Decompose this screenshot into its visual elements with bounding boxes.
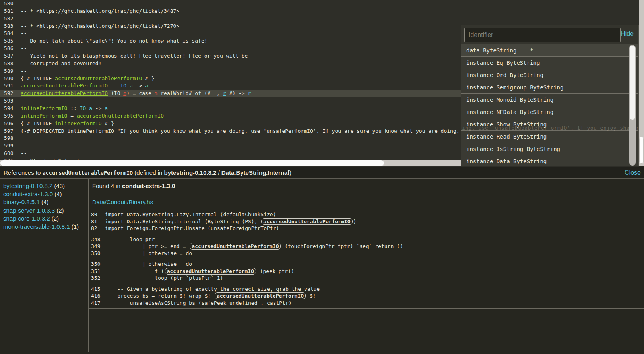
identifier-result-item[interactable]: instance Read ByteString bbox=[461, 131, 638, 143]
identifier-link[interactable]: accursedUnutterablePerformIO bbox=[215, 292, 306, 299]
close-references-button[interactable]: Close bbox=[625, 167, 641, 179]
line-number: 595 bbox=[0, 112, 21, 120]
package-link[interactable]: conduit-extra-1.3.0 bbox=[3, 191, 54, 197]
code-line: 350 | otherwise = do bbox=[89, 261, 644, 268]
code-line: 416 process bs = return $! wrap $! accur… bbox=[89, 292, 644, 300]
code-line: 351 f (accursedUnutterablePerformIO (pee… bbox=[89, 268, 644, 275]
identifier-search-input[interactable] bbox=[464, 28, 621, 42]
identifier-result-item[interactable]: instance Eq ByteString bbox=[461, 57, 638, 69]
references-module: Data.ByteString.Internal bbox=[221, 169, 289, 176]
identifier-link[interactable]: a bbox=[105, 105, 108, 111]
identifier-link[interactable]: inlinePerformIO bbox=[21, 105, 67, 111]
code-text: (peek ptr)) bbox=[257, 268, 294, 274]
editor-vertical-scrollbar-thumb[interactable] bbox=[639, 137, 644, 164]
references-separator: / bbox=[216, 169, 221, 176]
identifier-search-header: Hide bbox=[461, 25, 638, 44]
code-text: :: bbox=[108, 83, 120, 89]
code-text: -- bbox=[21, 15, 27, 21]
identifier-link[interactable]: m bbox=[123, 90, 126, 96]
identifier-link[interactable]: a bbox=[130, 83, 133, 89]
line-number: 349 bbox=[89, 243, 105, 250]
identifier-link[interactable]: accursedUnutterablePerformIO bbox=[261, 218, 352, 225]
code-text: unsafeUseAsCString bs (safePeek undefine… bbox=[105, 300, 292, 306]
code-text: -- * <https://ghc.haskell.org/trac/ghc/t… bbox=[21, 8, 179, 14]
package-link[interactable]: mono-traversable-1.0.8.1 bbox=[3, 223, 70, 230]
line-number: 80 bbox=[89, 211, 105, 218]
code-content: -- Given a bytestring of exactly the cor… bbox=[105, 286, 320, 293]
identifier-link[interactable]: accursedUnutterablePerformIO bbox=[21, 83, 108, 89]
line-number: 598 bbox=[0, 135, 21, 142]
package-list-item: bytestring-0.10.8.2 (43) bbox=[0, 182, 88, 190]
identifier-result-item[interactable]: instance Monoid ByteString bbox=[461, 94, 638, 106]
identifier-link[interactable]: accursedUnutterablePerformIO bbox=[55, 75, 142, 81]
package-link[interactable]: snap-core-1.0.3.2 bbox=[3, 215, 50, 222]
code-content: accursedUnutterablePerformIO (IO m) = ca… bbox=[21, 90, 251, 97]
code-snippet: 80import Data.ByteString.Lazy.Internal (… bbox=[89, 209, 644, 234]
package-link[interactable]: bytestring-0.10.8.2 bbox=[3, 182, 52, 189]
identifier-link[interactable]: accursedUnutterablePerformIO bbox=[165, 268, 256, 275]
panel-scrollbar-track[interactable] bbox=[629, 45, 636, 166]
package-link[interactable]: binary-0.8.5.1 bbox=[3, 199, 40, 205]
file-link[interactable]: Data/Conduit/Binary.hs bbox=[92, 199, 153, 205]
identifier-result-item[interactable]: instance NFData ByteString bbox=[461, 106, 638, 118]
code-line: 81import Data.ByteString.Internal (ByteS… bbox=[89, 218, 644, 225]
editor-vertical-scrollbar-track[interactable] bbox=[639, 0, 644, 166]
references-pane: References to accursedUnutterablePerform… bbox=[0, 167, 644, 354]
code-content: -- bbox=[21, 15, 27, 23]
code-text: #) -> bbox=[226, 90, 248, 96]
identifier-link[interactable]: inlinePerformIO bbox=[21, 113, 67, 119]
identifier-link[interactable]: a bbox=[89, 105, 92, 111]
code-text: #-} bbox=[102, 120, 114, 126]
code-content: process bs = return $! wrap $! accursedU… bbox=[105, 292, 316, 300]
line-number: 580 bbox=[0, 0, 21, 8]
identifier-link[interactable]: IO bbox=[80, 105, 86, 111]
code-line: 415 -- Given a bytestring of exactly the… bbox=[89, 286, 644, 293]
code-text: import Data.ByteString.Lazy.Internal (de… bbox=[105, 211, 276, 217]
identifier-result-item[interactable]: instance Data ByteString bbox=[461, 155, 638, 166]
package-link[interactable]: snap-server-1.0.3.3 bbox=[3, 207, 55, 214]
code-line: 581-- * <https://ghc.haskell.org/trac/gh… bbox=[0, 8, 639, 15]
code-line: 82import Foreign.ForeignPtr.Unsafe (unsa… bbox=[89, 225, 644, 232]
identifier-link[interactable]: accursedUnutterablePerformIO bbox=[21, 90, 108, 96]
found-prefix: Found 4 in bbox=[92, 182, 122, 189]
identifier-result-item[interactable]: data ByteString :: * bbox=[461, 44, 638, 57]
code-text: ) bbox=[353, 219, 357, 224]
identifier-result-item[interactable]: instance Ord ByteString bbox=[461, 69, 638, 81]
references-header: References to accursedUnutterablePerform… bbox=[0, 167, 644, 179]
hide-panel-button[interactable]: Hide bbox=[621, 30, 634, 37]
code-content: -- * <https://ghc.haskell.org/trac/ghc/t… bbox=[21, 8, 179, 15]
identifier-link[interactable]: r bbox=[248, 90, 251, 96]
line-number: 594 bbox=[0, 105, 21, 112]
panel-scrollbar-thumb[interactable] bbox=[630, 46, 635, 120]
identifier-result-item[interactable]: instance Show ByteString bbox=[461, 118, 638, 131]
line-number: 582 bbox=[0, 15, 21, 23]
code-content: f (accursedUnutterablePerformIO (peek pt… bbox=[105, 268, 294, 275]
package-list-item: conduit-extra-1.3.0 (4) bbox=[0, 190, 88, 199]
code-line: 348 loop ptr bbox=[89, 236, 644, 243]
identifier-link[interactable]: IO bbox=[120, 83, 126, 89]
identifier-link[interactable]: accursedUnutterablePerformIO bbox=[190, 243, 281, 250]
identifier-link[interactable]: a bbox=[145, 83, 148, 89]
code-content: -- bbox=[21, 45, 27, 52]
package-reference-count: (4) bbox=[54, 191, 62, 197]
line-number: 584 bbox=[0, 30, 21, 37]
code-content: inlinePerformIO :: IO a -> a bbox=[21, 105, 108, 112]
line-number: 591 bbox=[0, 82, 21, 90]
code-content: -- bbox=[21, 0, 27, 8]
found-summary: Found 4 in conduit-extra-1.3.0 bbox=[89, 179, 644, 193]
package-reference-count: (2) bbox=[55, 207, 64, 214]
package-list-item: snap-server-1.0.3.3 (2) bbox=[0, 207, 88, 215]
editor-horizontal-scrollbar-thumb[interactable] bbox=[0, 160, 384, 166]
identifier-link[interactable]: r bbox=[223, 90, 226, 96]
identifier-link[interactable]: inlinePerformIO bbox=[55, 120, 101, 126]
code-text: {-# INLINE bbox=[21, 75, 55, 81]
references-package: bytestring-0.10.8.2 bbox=[164, 169, 217, 176]
identifier-result-item[interactable]: instance Semigroup ByteString bbox=[461, 81, 638, 94]
code-text: $! bbox=[306, 293, 316, 299]
code-line: 417 unsafeUseAsCString bs (safePeek unde… bbox=[89, 300, 644, 307]
package-reference-count: (4) bbox=[40, 199, 49, 205]
identifier-result-item[interactable]: instance IsString ByteString bbox=[461, 143, 638, 155]
code-text: (touchForeignPtr fptr) `seq` return () bbox=[281, 243, 403, 249]
identifier-link[interactable]: accursedUnutterablePerformIO bbox=[77, 113, 164, 119]
line-number: 351 bbox=[89, 268, 105, 275]
